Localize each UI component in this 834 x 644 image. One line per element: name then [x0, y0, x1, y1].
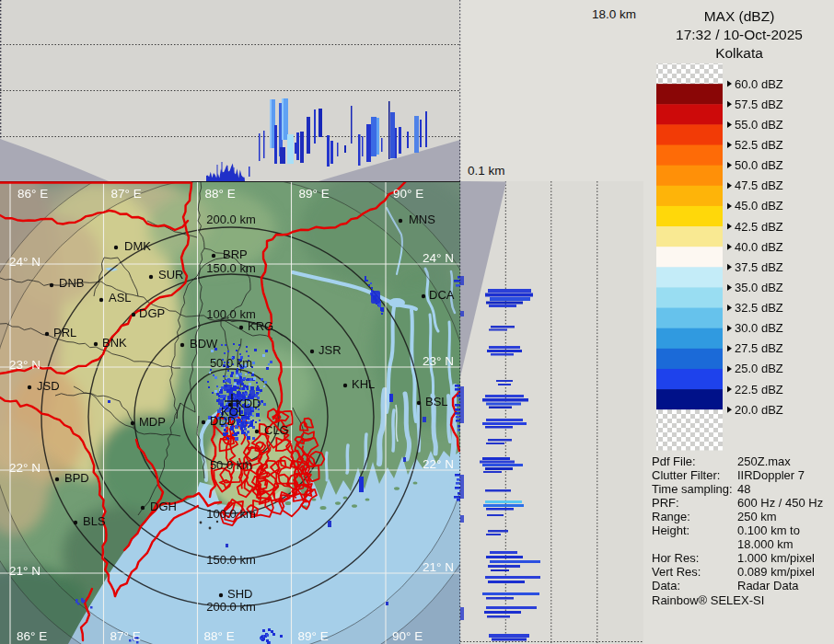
svg-text:50.0 km: 50.0 km — [210, 458, 252, 472]
svg-text:50.0 km: 50.0 km — [210, 356, 252, 370]
svg-text:SHD: SHD — [227, 587, 252, 601]
svg-text:KRG: KRG — [248, 319, 273, 333]
svg-text:KOL: KOL — [221, 405, 245, 419]
svg-text:PRL: PRL — [53, 326, 76, 339]
svg-text:250Z.max: 250Z.max — [737, 454, 791, 468]
svg-text:0.1 km: 0.1 km — [468, 164, 505, 178]
svg-text:Hor Res:: Hor Res: — [652, 551, 699, 565]
svg-text:ASL: ASL — [109, 291, 132, 305]
svg-text:24° N: 24° N — [9, 255, 41, 269]
svg-text:200.0 km: 200.0 km — [206, 213, 255, 226]
svg-text:BRP: BRP — [223, 247, 248, 261]
svg-text:87° E: 87° E — [110, 629, 141, 643]
svg-text:Time sampling:: Time sampling: — [652, 482, 733, 496]
svg-text:21° N: 21° N — [423, 560, 454, 574]
svg-text:57.5 dBZ: 57.5 dBZ — [735, 98, 783, 111]
svg-text:48: 48 — [737, 482, 750, 496]
svg-text:18.000 km: 18.000 km — [737, 537, 793, 551]
svg-text:27.5 dBZ: 27.5 dBZ — [735, 341, 783, 355]
svg-text:30.0 dBZ: 30.0 dBZ — [735, 321, 783, 335]
svg-text:JSD: JSD — [37, 379, 60, 393]
svg-text:DMK: DMK — [124, 239, 151, 253]
svg-text:1.000 km/pixel: 1.000 km/pixel — [737, 551, 815, 565]
svg-text:150.0 km: 150.0 km — [206, 261, 255, 275]
svg-text:BNK: BNK — [102, 336, 127, 350]
svg-text:DGP: DGP — [139, 306, 165, 320]
svg-text:BPD: BPD — [64, 471, 89, 485]
svg-text:89° E: 89° E — [299, 187, 330, 201]
svg-text:MAX (dBZ): MAX (dBZ) — [704, 8, 775, 24]
svg-text:17:32 / 10-Oct-2025: 17:32 / 10-Oct-2025 — [676, 27, 803, 42]
svg-text:KHL: KHL — [352, 377, 375, 391]
svg-text:37.5 dBZ: 37.5 dBZ — [735, 260, 783, 274]
svg-text:150.0 km: 150.0 km — [206, 553, 255, 567]
svg-text:87° E: 87° E — [111, 187, 142, 201]
svg-text:52.5 dBZ: 52.5 dBZ — [735, 138, 783, 152]
svg-text:32.5 dBZ: 32.5 dBZ — [735, 301, 783, 315]
svg-text:JSR: JSR — [319, 343, 342, 357]
svg-text:55.0 dBZ: 55.0 dBZ — [735, 118, 783, 132]
svg-text:DGH: DGH — [150, 500, 177, 513]
svg-text:Pdf File:: Pdf File: — [652, 454, 696, 468]
svg-text:35.0 dBZ: 35.0 dBZ — [735, 281, 783, 294]
svg-text:90° E: 90° E — [393, 187, 423, 201]
svg-text:250 km: 250 km — [737, 510, 777, 523]
svg-text:20.0 dBZ: 20.0 dBZ — [735, 403, 783, 417]
svg-text:88° E: 88° E — [204, 629, 235, 643]
svg-text:PRF:: PRF: — [652, 496, 679, 510]
svg-text:CLG: CLG — [264, 423, 289, 437]
svg-text:45.0 dBZ: 45.0 dBZ — [735, 199, 783, 213]
svg-text:22.5 dBZ: 22.5 dBZ — [735, 383, 783, 397]
svg-text:60.0 dBZ: 60.0 dBZ — [735, 77, 783, 91]
svg-text:23° N: 23° N — [423, 354, 454, 368]
svg-text:21° N: 21° N — [9, 564, 41, 578]
svg-text:Vert Res:: Vert Res: — [652, 565, 701, 579]
svg-text:Range:: Range: — [652, 510, 690, 523]
svg-text:23° N: 23° N — [9, 358, 41, 372]
svg-text:22° N: 22° N — [9, 461, 41, 475]
svg-text:Height:: Height: — [652, 523, 689, 537]
svg-text:BLS: BLS — [83, 514, 106, 528]
svg-text:Data:: Data: — [652, 579, 680, 592]
svg-text:18.0 km: 18.0 km — [592, 7, 636, 21]
svg-text:89° E: 89° E — [298, 629, 329, 643]
svg-text:Radar Data: Radar Data — [737, 579, 799, 592]
svg-text:BDW: BDW — [190, 337, 218, 351]
svg-text:24° N: 24° N — [423, 251, 454, 265]
svg-text:MDP: MDP — [139, 415, 166, 429]
svg-text:90° E: 90° E — [392, 629, 423, 643]
svg-text:42.5 dBZ: 42.5 dBZ — [735, 220, 783, 234]
svg-text:Clutter Filter:: Clutter Filter: — [652, 468, 720, 482]
svg-text:IIRDoppler 7: IIRDoppler 7 — [737, 468, 805, 482]
svg-text:22° N: 22° N — [423, 457, 454, 471]
svg-text:0.089 km/pixel: 0.089 km/pixel — [737, 565, 815, 579]
svg-text:50.0 dBZ: 50.0 dBZ — [735, 158, 783, 172]
svg-text:200.0 km: 200.0 km — [206, 600, 255, 614]
svg-text:Rainbow® SELEX-SI: Rainbow® SELEX-SI — [652, 593, 764, 607]
svg-text:88° E: 88° E — [205, 187, 236, 201]
svg-text:Kolkata: Kolkata — [715, 45, 763, 61]
svg-text:100.0 km: 100.0 km — [206, 507, 255, 521]
svg-text:MNS: MNS — [409, 213, 435, 226]
svg-text:86° E: 86° E — [17, 629, 47, 643]
svg-text:BSL: BSL — [425, 395, 448, 408]
svg-text:DNB: DNB — [59, 276, 84, 290]
svg-text:40.0 dBZ: 40.0 dBZ — [735, 240, 783, 254]
svg-text:86° E: 86° E — [17, 187, 48, 201]
svg-text:47.5 dBZ: 47.5 dBZ — [735, 178, 783, 192]
svg-text:SUR: SUR — [158, 268, 183, 282]
svg-text:0.100 km to: 0.100 km to — [737, 523, 800, 537]
svg-text:DCA: DCA — [429, 288, 455, 302]
svg-text:25.0 dBZ: 25.0 dBZ — [735, 362, 783, 375]
svg-text:600 Hz / 450 Hz: 600 Hz / 450 Hz — [737, 496, 823, 510]
